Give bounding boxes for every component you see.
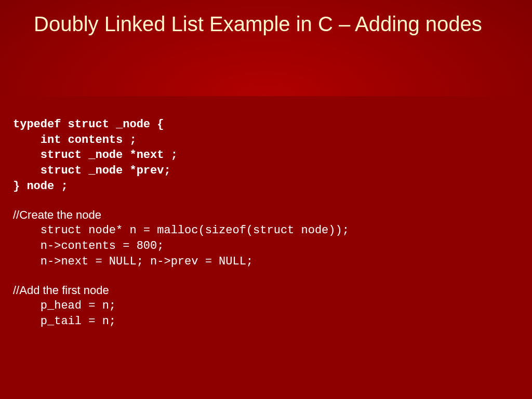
struct-definition: typedef struct _node { int contents ; st… bbox=[13, 117, 519, 194]
comment-create-node: //Create the node bbox=[13, 207, 519, 223]
slide-body: typedef struct _node { int contents ; st… bbox=[0, 96, 532, 329]
code-add-first-node: p_head = n; p_tail = n; bbox=[13, 298, 519, 329]
code-create-node: struct node* n = malloc(sizeof(struct no… bbox=[13, 223, 519, 269]
add-first-node-section: //Add the first node p_head = n; p_tail … bbox=[13, 283, 519, 329]
slide-title: Doubly Linked List Example in C – Adding… bbox=[34, 11, 498, 36]
slide-header: Doubly Linked List Example in C – Adding… bbox=[0, 0, 532, 96]
create-node-section: //Create the node struct node* n = mallo… bbox=[13, 207, 519, 269]
comment-add-first-node: //Add the first node bbox=[13, 283, 519, 298]
